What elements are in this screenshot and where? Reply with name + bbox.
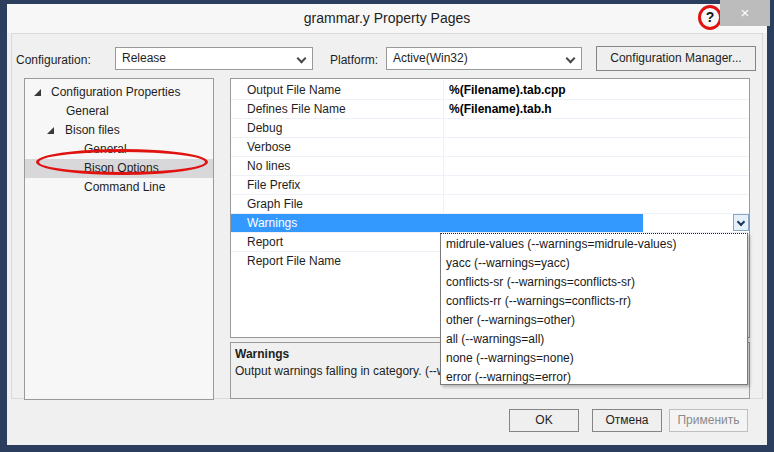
tree-item-bison-files[interactable]: Bison files [25, 121, 213, 140]
grid-row-graph-file[interactable]: Graph File [231, 195, 749, 214]
tree-item-bison-general[interactable]: General [25, 140, 213, 159]
grid-row-debug[interactable]: Debug [231, 119, 749, 138]
tree-item-label: Bison Options [84, 159, 159, 178]
property-name: No lines [231, 157, 444, 175]
tree-item-label: General [84, 140, 127, 159]
tree-item-label: Command Line [84, 178, 165, 197]
tree-item-general[interactable]: General [25, 102, 213, 121]
warnings-dropdown-list: midrule-values (--warnings=midrule-value… [440, 233, 748, 385]
dropdown-option-other[interactable]: other (--warnings=other) [441, 311, 747, 330]
property-value[interactable] [444, 176, 749, 194]
grid-row-defines-file-name[interactable]: Defines File Name %(Filename).tab.h [231, 100, 749, 119]
help-icon: ? [706, 9, 715, 25]
platform-select[interactable]: Active(Win32) [386, 47, 582, 70]
platform-value: Active(Win32) [393, 51, 468, 65]
grid-row-file-prefix[interactable]: File Prefix [231, 176, 749, 195]
property-value[interactable]: %(Filename).tab.h [444, 100, 749, 118]
property-name: Debug [231, 119, 444, 137]
property-name: Report File Name [231, 252, 444, 271]
chevron-down-icon [737, 218, 745, 226]
close-button[interactable]: × [720, 0, 770, 26]
tree-item-label: Configuration Properties [51, 83, 180, 102]
help-button[interactable]: ? [698, 5, 722, 30]
window-title: grammar.y Property Pages [304, 10, 471, 26]
expanded-triangle-icon[interactable] [47, 127, 54, 134]
configuration-label: Configuration: [16, 53, 91, 67]
configuration-manager-button[interactable]: Configuration Manager... [596, 46, 756, 71]
grid-row-no-lines[interactable]: No lines [231, 157, 749, 176]
property-name: Report [231, 233, 444, 251]
grid-row-verbose[interactable]: Verbose [231, 138, 749, 157]
tree-item-label: General [66, 102, 109, 121]
tree-item-bison-options[interactable]: Bison Options [25, 159, 213, 178]
property-value[interactable] [444, 195, 749, 213]
dropdown-option-all[interactable]: all (--warnings=all) [441, 330, 747, 349]
property-name: File Prefix [231, 176, 444, 194]
property-value[interactable] [444, 157, 749, 175]
grid-row-output-file-name[interactable]: Output File Name %(Filename).tab.cpp [231, 81, 749, 100]
property-name: Output File Name [231, 81, 444, 99]
property-value[interactable] [444, 119, 749, 137]
dropdown-option-none[interactable]: none (--warnings=none) [441, 349, 747, 368]
platform-label: Platform: [330, 53, 378, 67]
dropdown-option-error[interactable]: error (--warnings=error) [441, 368, 747, 387]
property-value[interactable] [444, 138, 749, 156]
close-icon: × [741, 4, 750, 21]
configuration-value: Release [122, 51, 166, 65]
expanded-triangle-icon[interactable] [34, 89, 41, 96]
chevron-down-icon [566, 54, 576, 64]
dropdown-option-midrule-values[interactable]: midrule-values (--warnings=midrule-value… [441, 235, 747, 254]
dropdown-option-conflicts-sr[interactable]: conflicts-sr (--warnings=conflicts-sr) [441, 273, 747, 292]
dropdown-option-conflicts-rr[interactable]: conflicts-rr (--warnings=conflicts-rr) [441, 292, 747, 311]
property-name: Defines File Name [231, 100, 444, 118]
grid-row-warnings[interactable]: Warnings [231, 214, 749, 233]
cancel-button[interactable]: Отмена [592, 409, 662, 432]
apply-button[interactable]: Применить [669, 409, 748, 432]
configuration-select[interactable]: Release [115, 47, 313, 70]
property-tree: Configuration Properties General Bison f… [24, 78, 214, 400]
tree-item-label: Bison files [65, 121, 120, 140]
tree-item-command-line[interactable]: Command Line [25, 178, 213, 197]
warnings-combo-button[interactable] [733, 214, 749, 231]
property-value[interactable]: %(Filename).tab.cpp [444, 81, 749, 99]
property-name: Verbose [231, 138, 444, 156]
titlebar: grammar.y Property Pages [7, 4, 767, 33]
ok-button[interactable]: OK [509, 409, 579, 432]
chevron-down-icon [297, 54, 307, 64]
property-name: Graph File [231, 195, 444, 213]
property-name: Warnings [231, 214, 643, 232]
property-pages-window: grammar.y Property Pages ? × Configurati… [0, 0, 774, 452]
dropdown-option-yacc[interactable]: yacc (--warnings=yacc) [441, 254, 747, 273]
tree-item-configuration-properties[interactable]: Configuration Properties [25, 83, 213, 102]
